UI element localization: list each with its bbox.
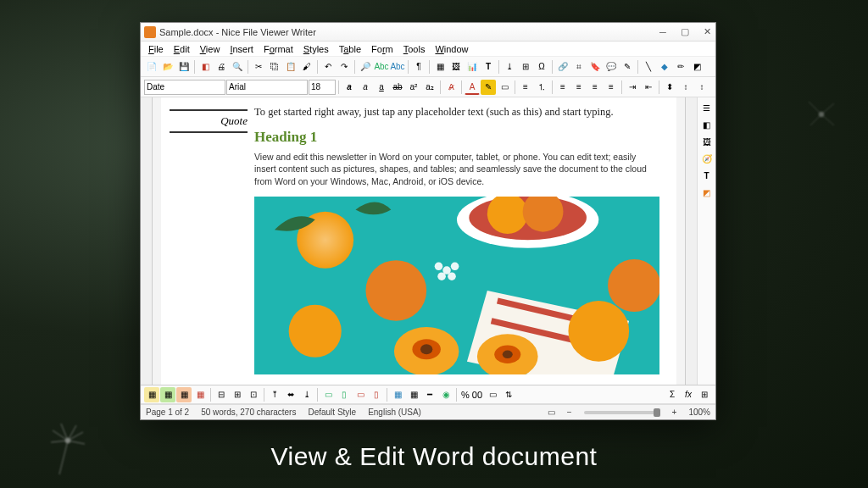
undo-icon[interactable]: ↶ [320,59,336,75]
valign-mid-icon[interactable]: ⬌ [283,387,298,402]
valign-top-icon[interactable]: ⤒ [267,387,282,402]
body-paragraph[interactable]: View and edit this newsletter in Word on… [254,151,659,188]
track-changes-icon[interactable]: ✎ [620,59,635,75]
open-icon[interactable]: 📂 [160,59,175,75]
document-viewport[interactable]: Quote To get started right away, just ta… [153,97,685,385]
insert-hyperlink-icon[interactable]: 🔗 [555,59,570,75]
superscript-icon[interactable]: a² [406,80,421,95]
heading-1[interactable]: Heading 1 [254,129,659,146]
insert-bookmark-icon[interactable]: 🔖 [587,59,603,75]
styles-panel-icon[interactable]: ◧ [700,118,714,131]
format-paintbrush-icon[interactable]: 🖌 [299,59,314,75]
line-spacing-icon[interactable]: ⬍ [662,80,677,95]
merge-cells-icon[interactable]: ⊟ [214,387,229,402]
italic-icon[interactable]: a [358,80,373,95]
find-icon[interactable]: 🔎 [358,59,373,75]
caption-icon[interactable]: ▭ [485,387,500,402]
align-left-icon[interactable]: ≡ [555,80,570,95]
menu-format[interactable]: Format [259,43,298,55]
inserted-image[interactable] [254,197,659,374]
close-button[interactable]: ✕ [702,27,712,37]
status-zoom[interactable]: 100% [688,408,710,417]
decrease-indent-icon[interactable]: ⇤ [641,80,656,95]
line-icon[interactable]: ╲ [641,59,656,75]
menu-table[interactable]: Table [335,43,365,55]
print-preview-icon[interactable]: 🔍 [230,59,245,75]
show-draw-icon[interactable]: ◩ [689,59,704,75]
navigator-panel-icon[interactable]: 🧭 [700,152,714,165]
bold-icon[interactable]: a [342,80,357,95]
justify-icon[interactable]: ≡ [604,80,619,95]
paragraph-style-select[interactable] [144,80,225,95]
zoom-out-icon[interactable]: − [567,408,572,417]
align-right-icon[interactable]: ≡ [587,80,603,95]
menu-view[interactable]: View [196,43,225,55]
split-cells-icon[interactable]: ⊞ [230,387,245,402]
insert-field-icon[interactable]: ⊞ [518,59,533,75]
export-pdf-icon[interactable]: ◧ [198,59,213,75]
align-center-icon[interactable]: ≡ [571,80,587,95]
valign-bot-icon[interactable]: ⤓ [299,387,314,402]
subscript-icon[interactable]: a₂ [422,80,437,95]
cut-icon[interactable]: ✂ [251,59,266,75]
tbl-icon-2[interactable]: ▦ [160,387,175,402]
paste-icon[interactable]: 📋 [283,59,298,75]
font-name-select[interactable] [226,80,308,95]
save-icon[interactable]: 💾 [176,59,192,75]
insert-symbol-icon[interactable]: Ω [534,59,549,75]
autoformat-icon[interactable]: ▦ [390,387,405,402]
highlight-icon[interactable]: ✎ [481,80,496,95]
spellcheck-auto-icon[interactable]: Abc [390,59,405,75]
borders-icon[interactable]: ▦ [406,387,421,402]
properties-panel-icon[interactable]: ☰ [700,101,714,114]
menu-insert[interactable]: Insert [225,43,258,55]
tbl-icon-3[interactable]: ▦ [176,387,192,402]
sum-icon[interactable]: Σ [665,387,680,402]
new-doc-icon[interactable]: 📄 [144,59,159,75]
insert-page-break-icon[interactable]: ⤓ [502,59,517,75]
shapes-icon[interactable]: ◆ [657,59,672,75]
tbl-icon-4[interactable]: ▦ [192,387,208,402]
quote-placeholder[interactable]: Quote [170,109,248,133]
table-props-icon[interactable]: ⊞ [697,387,712,402]
insert-col-icon[interactable]: ▯ [337,387,352,402]
insert-footnote-icon[interactable]: ⌗ [571,59,587,75]
page-panel-icon[interactable]: T [700,169,714,182]
spellcheck-icon[interactable]: Abc [374,59,389,75]
decrease-spacing-icon[interactable]: ↕ [694,80,709,95]
increase-spacing-icon[interactable]: ↕ [678,80,693,95]
formatting-marks-icon[interactable]: ¶ [411,59,426,75]
gallery-panel-icon[interactable]: 🖼 [700,135,714,148]
menu-styles[interactable]: Styles [299,43,333,55]
menu-file[interactable]: File [144,43,168,55]
insert-table-icon[interactable]: ▦ [432,59,448,75]
strikethrough-icon[interactable]: ab [390,80,405,95]
tbl-icon-1[interactable]: ▦ [144,387,159,402]
intro-paragraph[interactable]: To get started right away, just tap any … [254,104,659,120]
view-layout-icon[interactable]: ▭ [548,408,555,417]
font-color-icon[interactable]: A [465,80,480,95]
maximize-button[interactable]: ▢ [680,27,690,37]
redo-icon[interactable]: ↷ [337,59,352,75]
manage-changes-icon[interactable]: ◩ [700,186,714,199]
insert-image-icon[interactable]: 🖼 [448,59,464,75]
clear-formatting-icon[interactable]: A̷ [443,80,459,95]
zoom-slider[interactable] [584,411,660,414]
formula-icon[interactable]: fx [681,387,696,402]
status-language[interactable]: English (USA) [368,408,421,417]
zoom-in-icon[interactable]: + [672,408,677,417]
number-format-label[interactable]: % 00 [459,390,484,400]
menu-edit[interactable]: Edit [170,43,194,55]
insert-row-icon[interactable]: ▭ [320,387,336,402]
bg-color-icon[interactable]: ◉ [438,387,453,402]
border-style-icon[interactable]: ━ [422,387,437,402]
vertical-scrollbar[interactable] [685,97,697,385]
print-icon[interactable]: 🖨 [214,59,229,75]
bullet-list-icon[interactable]: ≡ [518,80,533,95]
menu-tools[interactable]: Tools [399,43,430,55]
font-size-select[interactable] [309,80,336,95]
char-bg-icon[interactable]: ▭ [497,80,512,95]
insert-chart-icon[interactable]: 📊 [465,59,480,75]
draw-icon[interactable]: ✏ [673,59,688,75]
insert-textbox-icon[interactable]: T [481,59,496,75]
